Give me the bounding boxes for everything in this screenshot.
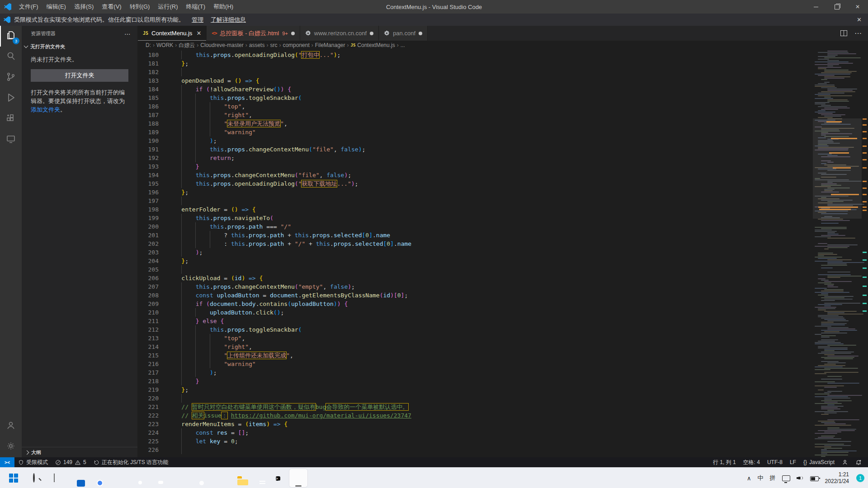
menu-item-2[interactable]: 选择(S) xyxy=(70,0,98,14)
taskbar-search-button[interactable] xyxy=(25,469,43,487)
editor-more-actions-icon[interactable]: ⋯ xyxy=(854,29,862,38)
banner-manage-link[interactable]: 管理 xyxy=(192,16,203,24)
breadcrumb-item-6[interactable]: component xyxy=(283,42,309,48)
code-editor[interactable]: 180 this.props.openLoadingDialog("打包中...… xyxy=(138,50,868,457)
activity-bar-explorer[interactable]: 3 xyxy=(0,26,22,47)
taskbar-green-app-button[interactable] xyxy=(127,469,145,487)
taskbar-chat-app-button[interactable] xyxy=(147,469,165,487)
breadcrumb-item-0[interactable]: D: xyxy=(146,42,151,48)
feedback-button[interactable] xyxy=(838,457,852,467)
indentation[interactable]: 空格: 4 xyxy=(740,457,764,467)
taskbar-teal-app-button[interactable] xyxy=(188,469,206,487)
taskbar-file-explorer-button[interactable] xyxy=(228,469,246,487)
ime-language-indicator[interactable]: 中 xyxy=(758,474,764,482)
overview-ruler[interactable] xyxy=(862,51,868,457)
add-folder-link[interactable]: 添加文件夹 xyxy=(31,106,60,113)
notification-count-badge[interactable]: 1 xyxy=(856,474,864,482)
breadcrumb-item-1[interactable]: WORK xyxy=(156,42,173,48)
ruler-warning-tick xyxy=(863,181,867,182)
taskbar-task-view-button[interactable] xyxy=(66,469,84,487)
tab-ContextMenu.js[interactable]: JSContextMenu.js✕ xyxy=(138,26,207,41)
tab-www.rerizon.cn.conf[interactable]: www.rerizon.cn.conf xyxy=(300,26,379,41)
token: () xyxy=(231,206,238,213)
minimap-line xyxy=(821,357,854,358)
taskbar-clock[interactable]: 1:21 2022/1/24 xyxy=(825,471,849,485)
breadcrumb-item-8[interactable]: ContextMenu.js xyxy=(357,42,395,48)
close-button[interactable]: ✕ xyxy=(847,0,868,14)
tab--.html[interactable]: <>总控面板 - 白嫖云.html9+ xyxy=(207,26,300,41)
problems-status[interactable]: 149 5 xyxy=(52,457,90,467)
comment-link[interactable]: https://github.com/mui-org/material-ui/i… xyxy=(231,412,411,419)
line-number: 220 xyxy=(138,394,159,403)
activity-bar-search[interactable] xyxy=(0,47,22,67)
battery-icon[interactable] xyxy=(810,475,819,481)
sidebar-section-no-folder[interactable]: 无打开的文件夹 xyxy=(22,42,137,52)
ime-mode-indicator[interactable]: 拼 xyxy=(770,474,776,482)
minimap-line xyxy=(827,101,849,102)
network-icon[interactable] xyxy=(782,475,790,481)
token: props xyxy=(213,172,231,178)
open-folder-button[interactable]: 打开文件夹 xyxy=(31,69,128,82)
tab-close-icon[interactable]: ✕ xyxy=(196,30,201,37)
menu-item-1[interactable]: 编辑(E) xyxy=(42,0,70,14)
split-editor-icon[interactable] xyxy=(840,30,847,36)
notifications-button[interactable] xyxy=(852,457,865,467)
activity-bar-settings[interactable] xyxy=(0,436,22,457)
taskbar-notes-app-button[interactable] xyxy=(249,469,267,487)
tray-expand-icon[interactable]: ∧ xyxy=(747,475,751,482)
taskbar-chrome-button[interactable] xyxy=(86,469,104,487)
taskbar-globe-browser-button[interactable] xyxy=(208,469,226,487)
token: ( xyxy=(206,300,210,307)
menu-item-0[interactable]: 文件(F) xyxy=(15,0,42,14)
activity-bar-extensions[interactable] xyxy=(0,109,22,130)
restricted-mode-status[interactable]: 受限模式 xyxy=(14,457,52,467)
token: ) xyxy=(348,283,351,290)
minimap-line xyxy=(827,89,857,89)
menu-item-6[interactable]: 终端(T) xyxy=(182,0,209,14)
chevron-right-icon xyxy=(25,450,29,455)
remote-indicator[interactable]: >< xyxy=(0,457,14,467)
tab-pan.conf[interactable]: pan.conf xyxy=(379,26,428,41)
banner-close-icon[interactable]: ✕ xyxy=(857,16,862,23)
restore-button[interactable] xyxy=(826,0,847,14)
sidebar-title: 资源管理器 xyxy=(31,30,56,37)
breadcrumb-item-2[interactable]: 白嫖云 xyxy=(179,42,195,49)
taskbar-console-button[interactable] xyxy=(45,469,63,487)
banner-learn-more-link[interactable]: 了解详细信息 xyxy=(211,16,246,24)
bell-icon xyxy=(855,459,862,465)
language-status[interactable]: 正在初始化 JS/TS 语言功能 xyxy=(90,457,172,467)
activity-bar-run-debug[interactable] xyxy=(0,88,22,109)
menu-item-3[interactable]: 查看(V) xyxy=(98,0,125,14)
breadcrumb-item-5[interactable]: src xyxy=(270,42,277,48)
token: return xyxy=(210,155,231,161)
volume-icon[interactable] xyxy=(797,475,804,481)
breadcrumb-item-9[interactable]: ... xyxy=(401,42,405,48)
activity-bar-remote-explorer[interactable] xyxy=(0,130,22,150)
menu-item-7[interactable]: 帮助(H) xyxy=(209,0,237,14)
breadcrumb-item-3[interactable]: Cloudreve-master xyxy=(200,42,243,48)
menu-item-5[interactable]: 运行(R) xyxy=(154,0,182,14)
breadcrumb-item-7[interactable]: FileManager xyxy=(315,42,345,48)
encoding[interactable]: UTF-8 xyxy=(764,457,786,467)
breadcrumb-item-4[interactable]: assets xyxy=(249,42,265,48)
taskbar-edge-button[interactable] xyxy=(106,469,124,487)
line-number: 213 xyxy=(138,334,159,343)
sidebar-more-actions-icon[interactable]: ⋯ xyxy=(124,30,131,38)
eol-sequence[interactable]: LF xyxy=(786,457,800,467)
menu-item-4[interactable]: 转到(G) xyxy=(126,0,154,14)
language-mode[interactable]: {} JavaScript xyxy=(800,457,838,467)
activity-bar-source-control[interactable] xyxy=(0,67,22,88)
ruler-info-tick xyxy=(863,277,867,278)
cursor-position[interactable]: 行 1, 列 1 xyxy=(709,457,740,467)
line-content: } else { xyxy=(167,317,809,325)
taskbar-start-button[interactable] xyxy=(5,469,23,487)
minimize-button[interactable] xyxy=(806,0,826,14)
minimap-slider[interactable] xyxy=(813,118,862,219)
taskbar-firefox-button[interactable] xyxy=(167,469,185,487)
taskbar-terminal-button[interactable]: >_ xyxy=(269,469,287,487)
token: body xyxy=(241,300,255,307)
minimap[interactable] xyxy=(813,51,862,457)
activity-bar-account[interactable] xyxy=(0,416,22,436)
outline-section[interactable]: 大纲 xyxy=(22,447,137,457)
taskbar-vscode-button[interactable] xyxy=(289,469,307,487)
